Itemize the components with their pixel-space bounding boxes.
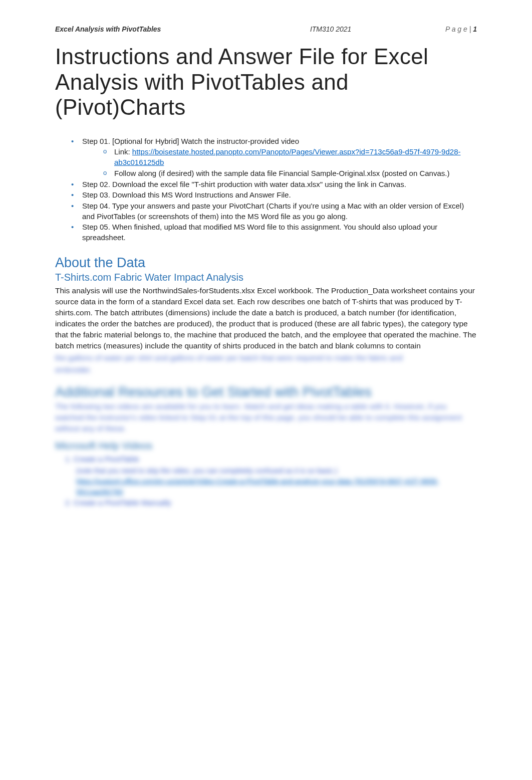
header-right: P a g e | 1 <box>445 25 477 33</box>
video-item-1: 1. Create a PivotTable <box>65 454 477 465</box>
step-01-link-prefix: Link: <box>114 147 132 156</box>
step-04: Step 04. Type your answers and paste you… <box>71 201 477 222</box>
step-02: Step 02. Download the excel file "T-shir… <box>71 179 477 190</box>
header-left: Excel Analysis with PivotTables <box>55 25 161 33</box>
step-01-note: Follow along (if desired) with the sampl… <box>103 168 477 179</box>
video-1-link-row: https://support.office.com/en-us/article… <box>76 476 477 497</box>
video-1-note: (note that you need to skip the video, y… <box>76 466 477 476</box>
panopto-link[interactable]: https://boisestate.hosted.panopto.com/Pa… <box>114 147 460 166</box>
page-label: P a g e | <box>445 25 473 33</box>
header-center: ITM310 2021 <box>310 25 352 33</box>
page-number: 1 <box>473 25 477 33</box>
about-body-blur-2: embroider. <box>55 364 477 375</box>
resources-heading: Additional Resources to Get Started with… <box>55 384 477 400</box>
step-03: Step 03. Download this MS Word Instructi… <box>71 190 477 201</box>
video-1-subs: (note that you need to skip the video, y… <box>76 466 477 497</box>
page-header: Excel Analysis with PivotTables ITM310 2… <box>55 25 477 33</box>
step-01-subs: Link: https://boisestate.hosted.panopto.… <box>103 147 477 178</box>
about-subheading: T-Shirts.com Fabric Water Impact Analysi… <box>55 272 477 283</box>
step-01-text: Step 01. [Optional for Hybrid] Watch the… <box>82 137 299 145</box>
videos-list-2: 2. Create a PivotTable Manually <box>65 497 477 509</box>
document-title: Instructions and Answer File for Excel A… <box>55 44 477 120</box>
about-body: This analysis will use the NorthwindSale… <box>55 285 477 351</box>
blurred-content: the gallons of water per shirt and gallo… <box>55 352 477 509</box>
video-item-2: 2. Create a PivotTable Manually <box>65 497 477 509</box>
resources-intro: The following two videos are available f… <box>55 401 477 434</box>
step-01-link-row: Link: https://boisestate.hosted.panopto.… <box>103 147 477 167</box>
video-1-link[interactable]: https://support.office.com/en-us/article… <box>76 477 439 496</box>
ms-help-videos-heading: Microsoft Help Videos <box>55 440 477 452</box>
step-01: Step 01. [Optional for Hybrid] Watch the… <box>71 136 477 179</box>
steps-list: Step 01. [Optional for Hybrid] Watch the… <box>71 136 477 243</box>
about-heading: About the Data <box>55 255 477 271</box>
videos-list: 1. Create a PivotTable <box>65 454 477 465</box>
about-body-blur-1: the gallons of water per shirt and gallo… <box>55 352 477 363</box>
step-05: Step 05. When finished, upload that modi… <box>71 222 477 243</box>
